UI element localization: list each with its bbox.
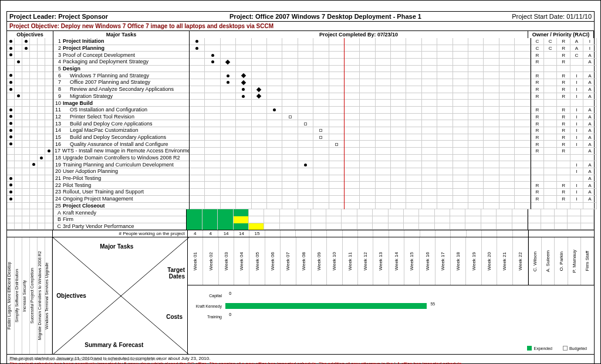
raci-row — [531, 100, 597, 107]
raci-row: A — [531, 175, 597, 182]
project-start-date: Project Start Date: 01/11/10 — [480, 13, 592, 20]
task-row: 14Legal MacPac Customization — [53, 127, 189, 134]
week-label: Week 14 — [389, 237, 404, 285]
people-label: # People working on the project — [53, 230, 188, 237]
owner-label: Firm Staff — [581, 237, 594, 285]
week-label: Week 16 — [420, 237, 435, 285]
task-row: 15Build and Deploy Secondary Application… — [53, 134, 189, 141]
week-label: Week 06 — [265, 237, 281, 285]
obj-row — [7, 161, 53, 168]
task-row: 2Project Planning — [53, 45, 189, 52]
gantt-row — [190, 38, 531, 45]
obj-row — [7, 79, 53, 86]
legend-block: AKraft KennedyBFirmC3rd Party Vendor Per… — [6, 209, 595, 230]
raci-row: RRIA — [531, 134, 597, 141]
obj-row — [7, 120, 53, 127]
objective-label: Simplify Software Distribution — [15, 237, 22, 354]
week-label: Week 04 — [234, 237, 249, 285]
raci-row: RRIA — [531, 79, 597, 86]
gantt-row — [190, 52, 531, 59]
task-row: 16Quality Assurance of Install and Confi… — [53, 141, 189, 148]
raci-row: IA — [531, 168, 597, 175]
week-label: Week 21 — [497, 237, 512, 285]
column-headers: Objectives Major Tasks Project Completed… — [6, 31, 595, 38]
gantt-row — [190, 45, 531, 52]
obj-row — [7, 175, 53, 182]
obj-row — [7, 182, 53, 189]
owner-label: P. Mamauy — [568, 237, 581, 285]
gantt-row — [190, 196, 531, 203]
task-row: 11OS Installation and Configuration — [53, 107, 189, 114]
task-row: 18Upgrade Domain Controllers to Windows … — [53, 155, 189, 162]
obj-row — [7, 66, 53, 73]
expended-swatch — [527, 346, 532, 351]
task-row: 12Printer Select Tool Revision — [53, 114, 189, 121]
obj-row — [7, 155, 53, 162]
project-objective: Project Objective: Deploy new Windows 7 … — [6, 21, 595, 31]
cost-bar-row: Training0 — [190, 311, 592, 322]
lbl-objectives: Objectives — [56, 292, 86, 299]
cost-bar-row: Capital0 — [190, 290, 592, 301]
legend-raci — [528, 209, 594, 230]
week-label: Week 10 — [327, 237, 342, 285]
people-row: # People working on the project 44141415 — [6, 230, 595, 237]
task-row: 21Pre-Pilot Testing — [53, 175, 189, 182]
obj-row — [7, 148, 53, 155]
raci-row: RRIA — [531, 182, 597, 189]
week-label: Week 17 — [435, 237, 451, 285]
project-leader: Project Leader: Project Sponsor — [9, 13, 147, 20]
obj-row — [7, 45, 53, 52]
raci-row: RRIA — [531, 93, 597, 100]
gantt-row — [190, 93, 531, 100]
owner-label: O. Parkin — [555, 237, 568, 285]
owner-labels: C. WilsonA. SuleemO. ParkinP. MamauyFirm… — [528, 237, 594, 285]
owner-label: A. Suleem — [542, 237, 555, 285]
task-row: 10Image Build — [53, 100, 189, 107]
gantt-row — [190, 114, 531, 121]
objective-label: Windows Terminal Services Upgrade — [45, 237, 52, 354]
cost-bar-row: Kraft Kennedy55 — [190, 301, 592, 311]
week-label: Week 20 — [482, 237, 497, 285]
header-completed: Project Completed By: 07/23/10 — [190, 31, 528, 38]
calendar-column — [190, 38, 531, 209]
raci-row: RRIA — [531, 120, 597, 127]
gantt-row — [190, 175, 531, 182]
gantt-row — [190, 127, 531, 134]
week-label: Week 13 — [373, 237, 389, 285]
week-label: Week 19 — [466, 237, 481, 285]
lbl-major-tasks: Major Tasks — [100, 243, 133, 250]
objective-label: Successful Project Completion — [30, 237, 38, 354]
bottom-section: Faster Logon, More Efficient DesktopSimp… — [6, 237, 595, 355]
week-label: Week 09 — [312, 237, 327, 285]
project-report: Project Leader: Project Sponsor Project:… — [0, 0, 601, 364]
week-label: Week 01 — [188, 237, 203, 285]
gantt-row — [190, 86, 531, 93]
objective-label: Faster Logon, More Efficient Desktop — [7, 237, 15, 354]
tasks-column: 1Project Initiation2Project Planning3Pro… — [53, 38, 190, 209]
raci-row: RRIA — [531, 196, 597, 203]
cost-chart: Capital0Kraft Kennedy55Training0 Expende… — [188, 285, 594, 354]
raci-row — [531, 66, 597, 73]
gantt-row — [190, 134, 531, 141]
raci-row: RRIA — [531, 114, 597, 121]
raci-row: RRIA — [531, 189, 597, 196]
week-label: Week 12 — [358, 237, 373, 285]
objective-labels: Faster Logon, More Efficient DesktopSimp… — [7, 237, 53, 354]
week-label: Week 11 — [343, 237, 358, 285]
task-row: 19Training Planning and Curriculum Devel… — [53, 161, 189, 168]
week-label: Week 05 — [249, 237, 265, 285]
obj-row — [7, 196, 53, 203]
gantt-row — [190, 59, 531, 66]
week-label: Week 07 — [281, 237, 296, 285]
owner-label: C. Wilson — [529, 237, 542, 285]
week-label: Week 15 — [404, 237, 420, 285]
gantt-row — [190, 107, 531, 114]
objective-label: Migrate Domain Controllers to Windows 20… — [38, 237, 45, 354]
raci-row: RRA — [531, 59, 597, 66]
raci-row: RRIA — [531, 127, 597, 134]
week-label: Week 18 — [451, 237, 466, 285]
raci-column: CCRAICCRAIRRCARRARRIARRIARRIARRIARRIARRI… — [531, 38, 597, 209]
obj-row — [7, 168, 53, 175]
raci-row: CCRAI — [531, 45, 597, 52]
task-row: 8Review and Analyze Secondary Applicatio… — [53, 86, 189, 93]
